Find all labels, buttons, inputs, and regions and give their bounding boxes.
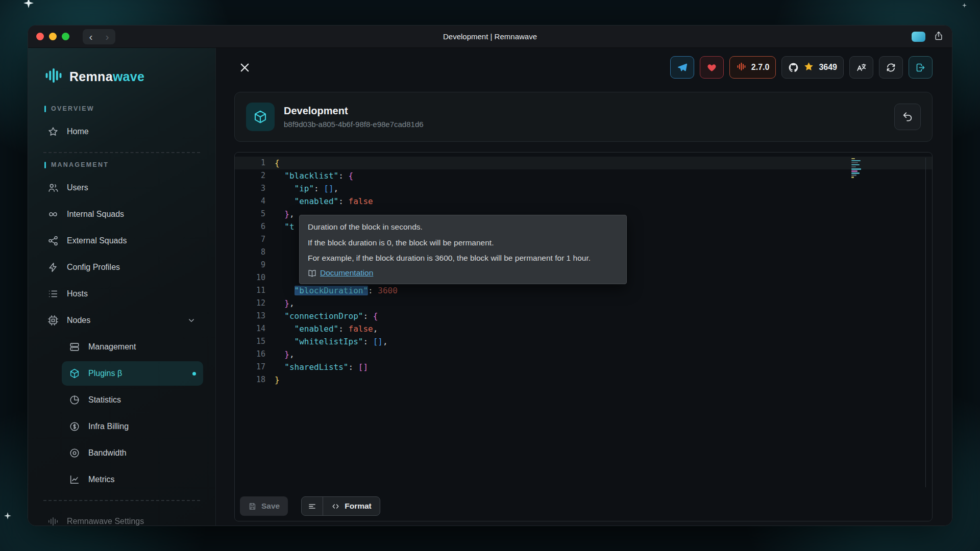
code-line: 12 }, [235,297,932,310]
sidebar-item-label: Hosts [67,289,88,298]
code-line: 11 "blockDuration": 3600 [235,284,932,297]
format-button-group: Format [301,496,380,516]
pulse-icon [736,61,747,74]
infinity-icon [47,209,59,220]
sidebar-item-nodes-infra-billing[interactable]: Infra Billing [62,414,203,439]
sidebar-item-internal-squads[interactable]: Internal Squads [40,202,203,227]
dollar-circle-icon [69,421,80,432]
sparkle-decoration [23,0,34,8]
sidebar-item-nodes[interactable]: Nodes [40,308,203,333]
language-button[interactable] [849,56,873,79]
cube-icon [69,368,80,379]
code-line: 3 "ip": [], [235,182,932,195]
code-line: 4 "enabled": false [235,195,932,208]
version-button[interactable]: 2.7.0 [729,56,776,79]
align-left-button[interactable] [302,497,323,515]
sparkle-decoration [4,512,11,519]
sidebar-item-label: Infra Billing [88,422,129,431]
sidebar-item-config-profiles[interactable]: Config Profiles [40,255,203,280]
sidebar-item-nodes-bandwidth[interactable]: Bandwidth [62,441,203,465]
undo-button[interactable] [894,104,921,130]
history-nav: ‹ › [83,29,115,44]
undo-icon [902,111,913,122]
sidebar-item-nodes-management[interactable]: Management [62,335,203,359]
sidebar-item-nodes-plugins[interactable]: Plugins β [62,361,203,386]
version-label: 2.7.0 [751,63,770,72]
sidebar-item-label: Nodes [67,316,90,325]
github-icon [788,62,799,73]
chart-line-icon [69,474,80,485]
sidebar-item-label: Users [67,183,88,192]
window-minimize-button[interactable] [49,33,57,40]
code-line: 15 "whitelistIps": [], [235,335,932,348]
sidebar-item-label: Metrics [88,475,115,484]
logout-icon [915,62,926,73]
format-button[interactable]: Format [323,497,380,515]
users-icon [47,182,59,193]
share-icon[interactable] [934,31,944,43]
sidebar-divider [43,500,200,501]
save-icon [248,502,257,511]
pie-chart-icon [69,394,80,406]
section-overview: OVERVIEW [44,105,199,112]
entity-header-card: Development b8f9d03b-a805-4b6f-98f8-e98e… [234,92,933,142]
entity-title: Development [284,105,424,117]
bolt-icon [47,262,59,273]
editor-minimap[interactable] [851,157,867,179]
sidebar-item-users[interactable]: Users [40,176,203,200]
code-line: 17 "sharedLists": [] [235,361,932,373]
book-icon [308,269,316,278]
entity-uuid: b8f9d03b-a805-4b6f-98f8-e98e7cad81d6 [284,120,424,129]
active-indicator-dot [192,372,196,375]
documentation-link[interactable]: Documentation [320,268,373,278]
sidebar-divider [43,152,200,153]
field-tooltip: Duration of the block in seconds. If the… [299,215,627,284]
window-close-button[interactable] [36,33,44,40]
sidebar-item-nodes-statistics[interactable]: Statistics [62,388,203,412]
sidebar-item-home[interactable]: Home [40,119,203,144]
cpu-icon [47,315,59,326]
main-content: 2.7.0 3649 [216,48,952,525]
disc-icon [69,447,80,459]
sidebar-item-nodes-metrics[interactable]: Metrics [62,467,203,492]
github-stars-button[interactable]: 3649 [781,56,844,79]
browser-badge-icon[interactable] [912,32,925,42]
section-management: MANAGEMENT [44,161,199,168]
refresh-button[interactable] [879,56,903,79]
code-line: 1{ [235,157,932,169]
sidebar-item-hosts[interactable]: Hosts [40,282,203,306]
sidebar-item-label: Statistics [88,395,121,405]
sidebar-item-remnawave-settings[interactable]: Remnawave Settings [40,509,203,525]
server-stack-icon [69,341,80,353]
brand-name: Remnawave [69,69,144,84]
window-title: Development | Remnawave [28,32,952,41]
sidebar: Remnawave OVERVIEW Home MANAGEMENT [28,48,216,525]
star-icon [47,126,59,137]
back-button[interactable]: ‹ [89,30,93,44]
translate-icon [856,62,867,73]
refresh-icon [886,62,896,73]
logout-button[interactable] [909,56,933,79]
telegram-button[interactable] [670,56,694,79]
code-line: 2 "blacklist": { [235,169,932,182]
donate-heart-button[interactable] [700,56,724,79]
editor-scrollbar[interactable] [925,158,926,487]
close-icon[interactable] [234,57,255,78]
editor-controls: Save Format [240,496,380,516]
sidebar-item-external-squads[interactable]: External Squads [40,229,203,253]
tooltip-line: Duration of the block in seconds. [308,221,618,233]
topbar-actions: 2.7.0 3649 [670,56,933,79]
chevron-down-icon [187,316,196,325]
window-zoom-button[interactable] [62,33,69,40]
titlebar: ‹ › Development | Remnawave [28,26,952,48]
sidebar-item-label: Internal Squads [67,210,124,219]
forward-button[interactable]: › [106,30,109,44]
sidebar-item-label: Config Profiles [67,263,120,272]
share-nodes-icon [47,235,59,246]
json-editor[interactable]: 1{ 2 "blacklist": { 3 "ip": [], 4 "enabl… [234,152,933,521]
section-accent-bar [44,162,46,168]
sparkle-decoration [962,3,967,8]
sidebar-item-label: Bandwidth [88,448,127,458]
sidebar-item-label: External Squads [67,236,127,245]
save-button[interactable]: Save [240,496,288,516]
